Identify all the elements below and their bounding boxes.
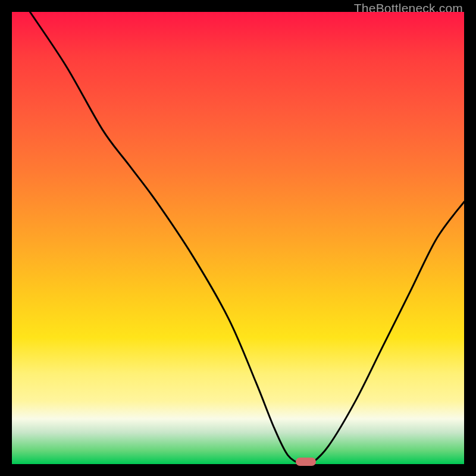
plot-area [12,12,464,464]
chart-frame: TheBottleneck.com [0,0,476,476]
optimal-point-marker [296,458,316,466]
bottleneck-curve [12,12,464,464]
